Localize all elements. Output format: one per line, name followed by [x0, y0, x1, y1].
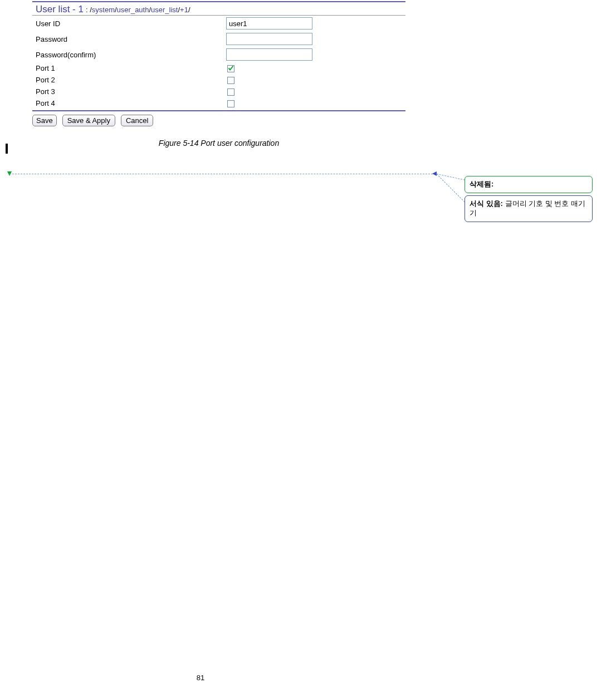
breadcrumb-part-0[interactable]: system: [92, 6, 115, 14]
user-id-input[interactable]: [226, 17, 312, 30]
callout-format: 서식 있음: 글머리 기호 및 번호 매기기: [465, 195, 593, 222]
port2-checkbox[interactable]: [227, 77, 234, 84]
button-row: Save Save & Apply Cancel: [32, 111, 405, 126]
row-port1: Port 1: [32, 62, 405, 74]
main-content: User list - 1 : /system/user_auth/user_l…: [32, 0, 405, 148]
breadcrumb-sep: /: [188, 6, 190, 14]
row-port4: Port 4: [32, 97, 405, 109]
label-port3: Port 3: [32, 86, 223, 97]
save-button[interactable]: Save: [32, 115, 57, 126]
panel-title: User list - 1: [36, 4, 84, 15]
revision-callouts: 삭제됨: 서식 있음: 글머리 기호 및 번호 매기기: [465, 176, 593, 224]
label-port1: Port 1: [32, 62, 223, 74]
save-apply-button[interactable]: Save & Apply: [62, 115, 115, 126]
row-password-confirm: Password(confirm): [32, 47, 405, 62]
revision-connector-line: [9, 174, 436, 174]
label-user-id: User ID: [32, 16, 223, 31]
port3-checkbox[interactable]: [227, 89, 234, 96]
row-port3: Port 3: [32, 86, 405, 97]
figure-caption: Figure 5-14 Port user configuration: [32, 139, 405, 148]
row-user-id: User ID: [32, 16, 405, 31]
callout-format-label: 서식 있음:: [470, 199, 503, 208]
breadcrumb-part-1[interactable]: user_auth: [117, 6, 149, 14]
row-password: Password: [32, 31, 405, 47]
label-port4: Port 4: [32, 97, 223, 109]
label-port2: Port 2: [32, 74, 223, 86]
password-confirm-input[interactable]: [226, 48, 312, 61]
revision-bar: [6, 144, 8, 154]
label-password-confirm: Password(confirm): [32, 47, 223, 62]
breadcrumb-prefix: : /: [86, 6, 92, 14]
panel-header: User list - 1 : /system/user_auth/user_l…: [32, 2, 405, 16]
cancel-button[interactable]: Cancel: [121, 115, 153, 126]
label-password: Password: [32, 31, 223, 47]
breadcrumb-part-3[interactable]: +1: [180, 6, 188, 14]
breadcrumb: : /system/user_auth/user_list/+1/: [86, 6, 190, 14]
callout-deleted: 삭제됨:: [465, 176, 593, 193]
page-number: 81: [0, 674, 401, 682]
form-table: User ID Password Password(confirm) Port …: [32, 16, 405, 109]
checkmark-icon: [228, 65, 234, 71]
row-port2: Port 2: [32, 74, 405, 86]
password-input[interactable]: [226, 33, 312, 45]
port4-checkbox[interactable]: [227, 100, 234, 107]
callout-deleted-label: 삭제됨:: [470, 180, 493, 188]
port1-checkbox[interactable]: [227, 65, 234, 72]
breadcrumb-part-2[interactable]: user_list: [151, 6, 178, 14]
